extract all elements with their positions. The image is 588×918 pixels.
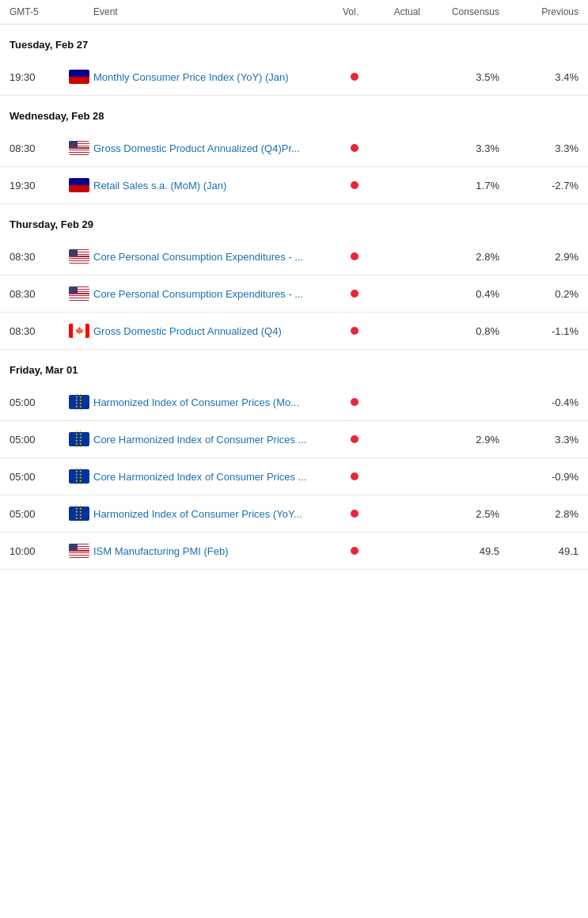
- day-header: Tuesday, Feb 27: [0, 25, 588, 59]
- event-name[interactable]: Core Personal Consumption Expenditures -…: [93, 251, 317, 263]
- event-name[interactable]: Harmonized Index of Consumer Prices (YoY…: [93, 508, 317, 520]
- flag-col: [65, 395, 93, 409]
- event-previous: 2.9%: [507, 251, 579, 263]
- event-consensus: 1.7%: [428, 180, 507, 192]
- country-flag-ca: [69, 324, 89, 338]
- flag-col: [65, 141, 93, 155]
- flag-col: [65, 432, 93, 446]
- table-row[interactable]: 08:30Core Personal Consumption Expenditu…: [0, 238, 588, 275]
- vol-col: [317, 181, 365, 189]
- flag-col: [65, 249, 93, 264]
- event-consensus: 2.9%: [428, 434, 507, 446]
- country-flag-eu: [69, 432, 89, 446]
- table-row[interactable]: 08:30Gross Domestic Product Annualized (…: [0, 313, 588, 350]
- flag-col: [65, 286, 93, 301]
- volatility-dot: [351, 435, 358, 443]
- volatility-dot: [351, 547, 358, 555]
- flag-col: [65, 324, 93, 338]
- header-timezone: GMT-5: [9, 6, 65, 17]
- event-name[interactable]: Monthly Consumer Price Index (YoY) (Jan): [93, 71, 317, 83]
- event-name[interactable]: Gross Domestic Product Annualized (Q4): [93, 325, 317, 337]
- country-flag-us: [69, 544, 89, 558]
- country-flag-eu: [69, 395, 89, 409]
- vol-col: [317, 252, 365, 260]
- country-flag-us: [69, 141, 89, 155]
- event-previous: 3.3%: [507, 142, 579, 154]
- event-previous: 3.4%: [507, 71, 579, 83]
- event-time: 19:30: [9, 71, 65, 83]
- event-time: 08:30: [9, 325, 65, 337]
- event-consensus: 49.5: [428, 545, 507, 557]
- event-previous: 2.8%: [507, 508, 579, 520]
- country-flag-au: [69, 178, 89, 192]
- vol-col: [317, 547, 365, 555]
- flag-col: [65, 70, 93, 84]
- flag-col: [65, 469, 93, 484]
- volatility-dot: [351, 290, 358, 298]
- header-vol: Vol.: [317, 6, 365, 17]
- event-time: 08:30: [9, 142, 65, 154]
- event-time: 10:00: [9, 545, 65, 557]
- event-name[interactable]: Core Harmonized Index of Consumer Prices…: [93, 471, 317, 483]
- event-previous: 0.2%: [507, 288, 579, 300]
- event-previous: -1.1%: [507, 325, 579, 337]
- country-flag-eu: [69, 506, 89, 521]
- table-row[interactable]: 05:00Core Harmonized Index of Consumer P…: [0, 421, 588, 458]
- event-time: 05:00: [9, 508, 65, 520]
- event-previous: -0.4%: [507, 396, 579, 408]
- event-consensus: 2.5%: [428, 508, 507, 520]
- event-time: 19:30: [9, 180, 65, 192]
- event-consensus: 2.8%: [428, 251, 507, 263]
- country-flag-us: [69, 286, 89, 301]
- table-row[interactable]: 05:00Core Harmonized Index of Consumer P…: [0, 458, 588, 495]
- volatility-dot: [351, 472, 358, 480]
- event-name[interactable]: Core Personal Consumption Expenditures -…: [93, 288, 317, 300]
- table-row[interactable]: 08:30Core Personal Consumption Expenditu…: [0, 275, 588, 313]
- event-previous: 3.3%: [507, 434, 579, 446]
- event-time: 05:00: [9, 471, 65, 483]
- table-row[interactable]: 19:30Retail Sales s.a. (MoM) (Jan)1.7%-2…: [0, 167, 588, 204]
- day-header: Friday, Mar 01: [0, 350, 588, 384]
- table-row[interactable]: 05:00Harmonized Index of Consumer Prices…: [0, 495, 588, 533]
- calendar-body: Tuesday, Feb 2719:30Monthly Consumer Pri…: [0, 25, 588, 570]
- volatility-dot: [351, 144, 358, 152]
- event-name[interactable]: Core Harmonized Index of Consumer Prices…: [93, 434, 317, 446]
- event-previous: -0.9%: [507, 471, 579, 483]
- header-consensus: Consensus: [428, 6, 507, 17]
- event-time: 08:30: [9, 251, 65, 263]
- event-consensus: 3.5%: [428, 71, 507, 83]
- event-previous: 49.1: [507, 545, 579, 557]
- volatility-dot: [351, 181, 358, 189]
- flag-col: [65, 178, 93, 192]
- volatility-dot: [351, 73, 358, 81]
- flag-col: [65, 544, 93, 558]
- volatility-dot: [351, 252, 358, 260]
- event-time: 05:00: [9, 396, 65, 408]
- vol-col: [317, 73, 365, 81]
- header-event: Event: [65, 6, 317, 17]
- table-row[interactable]: 05:00Harmonized Index of Consumer Prices…: [0, 384, 588, 421]
- volatility-dot: [351, 398, 358, 406]
- day-header: Wednesday, Feb 28: [0, 96, 588, 130]
- event-name[interactable]: Retail Sales s.a. (MoM) (Jan): [93, 180, 317, 192]
- table-row[interactable]: 10:00ISM Manufacturing PMI (Feb)49.549.1: [0, 533, 588, 570]
- vol-col: [317, 144, 365, 152]
- event-consensus: 0.8%: [428, 325, 507, 337]
- day-header: Thursday, Feb 29: [0, 204, 588, 238]
- vol-col: [317, 435, 365, 443]
- vol-col: [317, 290, 365, 298]
- event-time: 08:30: [9, 288, 65, 300]
- vol-col: [317, 510, 365, 518]
- event-time: 05:00: [9, 434, 65, 446]
- table-row[interactable]: 19:30Monthly Consumer Price Index (YoY) …: [0, 59, 588, 96]
- flag-col: [65, 506, 93, 521]
- volatility-dot: [351, 510, 358, 518]
- event-name[interactable]: ISM Manufacturing PMI (Feb): [93, 545, 317, 557]
- country-flag-us: [69, 249, 89, 264]
- event-name[interactable]: Harmonized Index of Consumer Prices (Mo.…: [93, 396, 317, 408]
- vol-col: [317, 398, 365, 406]
- event-name[interactable]: Gross Domestic Product Annualized (Q4)Pr…: [93, 142, 317, 154]
- table-row[interactable]: 08:30Gross Domestic Product Annualized (…: [0, 130, 588, 167]
- event-consensus: 3.3%: [428, 142, 507, 154]
- table-header: GMT-5 Event Vol. Actual Consensus Previo…: [0, 0, 588, 25]
